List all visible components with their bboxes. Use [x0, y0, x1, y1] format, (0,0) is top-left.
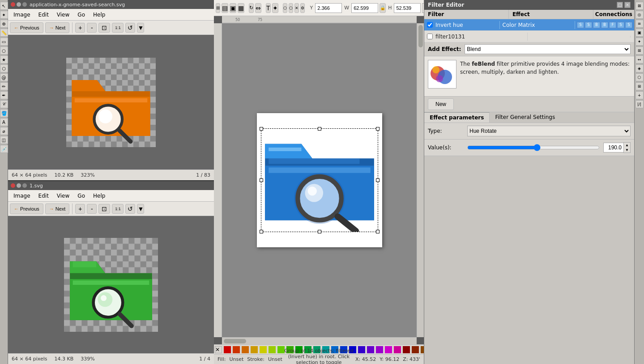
swatch-22[interactable]: [412, 346, 419, 353]
scrollbar-v-thumb[interactable]: [418, 25, 423, 47]
tool-grp[interactable]: ▤: [222, 3, 228, 13]
filter1-checkbox[interactable]: [427, 22, 433, 28]
swatch-21[interactable]: [403, 346, 410, 353]
palette-none[interactable]: ✕: [215, 346, 222, 353]
handle-mr[interactable]: [376, 178, 380, 182]
zoom-fit-1[interactable]: ⊡: [98, 23, 110, 33]
selected-object[interactable]: [261, 128, 378, 232]
new-button[interactable]: New: [428, 98, 454, 110]
tool-ellipse[interactable]: ○: [0, 47, 8, 55]
zoom-out-1[interactable]: -: [87, 23, 97, 33]
tool-symbols[interactable]: ✦: [635, 38, 644, 46]
tool-more4[interactable]: ⚙: [300, 3, 305, 13]
tool-grp2[interactable]: ▣: [230, 3, 236, 13]
tool-node2[interactable]: ✦: [272, 3, 278, 13]
add-effect-select[interactable]: Blend Color Matrix Composite: [465, 44, 631, 54]
undo-2[interactable]: ↺: [125, 204, 135, 214]
tool-xml[interactable]: ⊠: [635, 2, 644, 10]
tool-eyedropper[interactable]: 💉: [0, 145, 8, 153]
canvas-drawing[interactable]: [222, 23, 417, 337]
prev-btn-2[interactable]: ← Previous: [10, 203, 43, 214]
y-input[interactable]: [315, 3, 342, 13]
tool-text2[interactable]: T: [266, 3, 271, 13]
dropdown-1[interactable]: ▼: [137, 23, 144, 33]
tool-more3[interactable]: ✕: [294, 3, 299, 13]
prev-btn-1[interactable]: ← Previous: [10, 22, 43, 33]
tool-measure[interactable]: 📏: [0, 29, 8, 37]
tool-rotate[interactable]: ↻: [249, 3, 254, 13]
conn-btn-4[interactable]: B: [601, 22, 608, 28]
swatch-20[interactable]: [394, 346, 401, 353]
swatch-16[interactable]: [358, 346, 365, 353]
filter2-checkbox[interactable]: [427, 34, 433, 39]
menu-image[interactable]: Image: [10, 11, 34, 19]
swatch-6[interactable]: [269, 346, 276, 353]
window2-close[interactable]: [11, 183, 15, 188]
swatch-1[interactable]: [224, 346, 231, 353]
type-select[interactable]: Hue Rotate Matrix Saturate Luminance to …: [467, 126, 631, 136]
tool-filter[interactable]: ◈: [635, 64, 644, 72]
tool-more2[interactable]: ⬡: [289, 3, 293, 13]
tool-grid[interactable]: ⊞: [635, 82, 644, 90]
tool-plus[interactable]: +: [635, 91, 644, 99]
tool-align[interactable]: ⊞: [635, 47, 644, 55]
hue-rotate-slider[interactable]: [467, 144, 600, 151]
scrollbar-h-thumb[interactable]: [224, 339, 246, 343]
next-btn-2[interactable]: → Next: [45, 203, 70, 214]
swatch-18[interactable]: [376, 346, 383, 353]
lock-btn[interactable]: 🔒: [380, 3, 386, 13]
undo-1[interactable]: ↺: [125, 23, 135, 33]
tool-3d[interactable]: ⬡: [0, 64, 8, 72]
tool-transform[interactable]: ↔: [635, 55, 644, 63]
menu-edit[interactable]: Edit: [35, 11, 52, 19]
tool-zoom[interactable]: ⊕: [0, 20, 8, 28]
fe-close-btn[interactable]: ✕: [624, 2, 631, 8]
h-input[interactable]: [394, 3, 421, 13]
tool-flip[interactable]: ⇔: [255, 3, 261, 13]
tool-calligraphy[interactable]: 𝒞: [0, 100, 8, 108]
scrollbar-h[interactable]: [222, 337, 417, 344]
menu-go[interactable]: Go: [74, 11, 89, 19]
tool-obj-props[interactable]: ◎: [635, 11, 644, 19]
zoom-orig-1[interactable]: 1:1: [112, 23, 124, 33]
dropdown-2[interactable]: ▼: [137, 204, 144, 214]
menu-help[interactable]: Help: [90, 11, 109, 19]
tool-snap[interactable]: ⊞: [216, 3, 220, 13]
w-input[interactable]: [351, 3, 378, 13]
tool-connector[interactable]: ⌀: [0, 127, 8, 135]
zoom-in-2[interactable]: +: [75, 204, 85, 214]
menu2-go[interactable]: Go: [74, 192, 89, 200]
tool-text[interactable]: A: [0, 118, 8, 126]
menu-view[interactable]: View: [53, 11, 73, 19]
tool-select[interactable]: ↖: [0, 2, 8, 10]
menu2-help[interactable]: Help: [90, 192, 109, 200]
effect-params-tab[interactable]: Effect parameters: [424, 112, 490, 123]
handle-tl[interactable]: [260, 127, 263, 131]
swatch-23[interactable]: [421, 346, 424, 353]
tool-grp3[interactable]: ▦: [238, 3, 244, 13]
window2-min[interactable]: [17, 183, 21, 188]
tool-more1[interactable]: ⬡: [283, 3, 287, 13]
handle-br[interactable]: [376, 230, 380, 233]
filter-settings-tab[interactable]: Filter General Settings: [490, 112, 560, 123]
tool-rect[interactable]: ▭: [0, 38, 8, 46]
menu2-edit[interactable]: Edit: [35, 192, 52, 200]
tool-minus[interactable]: |∕|: [635, 100, 644, 108]
tool-swatches[interactable]: ▣: [635, 29, 644, 37]
spinner-down[interactable]: ▼: [624, 148, 630, 152]
conn-btn-5[interactable]: F: [609, 22, 616, 28]
conn-btn-7[interactable]: S: [625, 22, 632, 28]
swatch-5[interactable]: [260, 346, 267, 353]
filter-row-1[interactable]: Invert hue Color Matrix S S B B F S S: [424, 19, 634, 31]
fe-minimize-btn[interactable]: □: [617, 2, 623, 8]
swatch-4[interactable]: [251, 346, 258, 353]
tool-pencil[interactable]: ✏: [0, 82, 8, 90]
swatch-19[interactable]: [385, 346, 392, 353]
spinner-up[interactable]: ▲: [624, 143, 630, 148]
tool-spiral[interactable]: @: [0, 73, 8, 81]
tool-palette2[interactable]: ⬡: [635, 73, 644, 81]
units-select[interactable]: px mm cm: [422, 3, 424, 13]
swatch-17[interactable]: [367, 346, 374, 353]
handle-tc[interactable]: [318, 127, 321, 131]
tool-pen[interactable]: ✒: [0, 91, 8, 99]
